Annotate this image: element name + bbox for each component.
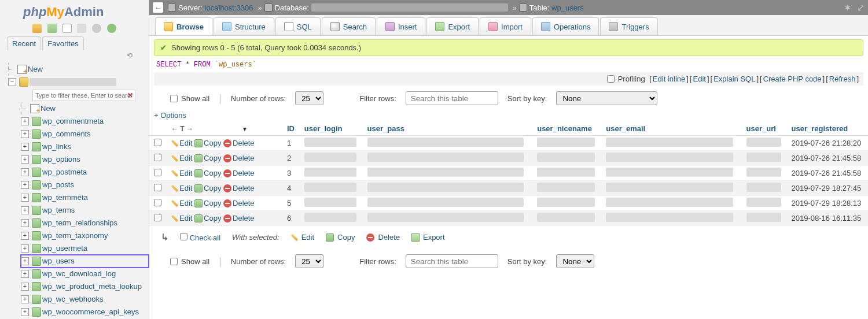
expand-icon[interactable]: + [21,194,29,202]
bulk-export[interactable]: Export [411,233,445,242]
collapse-top-icon[interactable]: ⤢ [857,2,865,13]
col-user_email[interactable]: user_email [601,122,741,136]
expand-icon[interactable]: + [21,257,29,265]
nav-table-wp_posts[interactable]: +wp_posts [21,179,149,191]
logo[interactable]: phpMyAdmin [0,0,149,22]
col-user_login[interactable]: user_login [300,122,363,136]
nav-table-wp_term_relationships[interactable]: +wp_term_relationships [21,217,149,229]
sortkey-select-2[interactable]: None [556,254,594,268]
showall-checkbox[interactable] [170,95,178,102]
col-ID[interactable]: ID [282,122,300,136]
row-copy[interactable]: Copy [194,169,221,177]
nav-database[interactable]: − [5,76,149,88]
clear-filter-icon[interactable]: ✕ [127,91,133,99]
row-edit[interactable]: Edit [171,139,192,147]
nav-table-wp_terms[interactable]: +wp_terms [21,204,149,217]
row-delete[interactable]: Delete [223,214,255,222]
reload-icon[interactable] [107,24,116,33]
row-copy[interactable]: Copy [194,154,221,162]
sort-arrows[interactable]: ← T → ▼ [171,125,248,133]
col-user_url[interactable]: user_url [742,122,787,136]
row-edit[interactable]: Edit [171,199,192,207]
nav-new-table[interactable]: New [5,102,149,115]
row-checkbox[interactable] [154,169,161,176]
refresh-link[interactable]: Refresh [829,75,856,83]
nav-table-wp_commentmeta[interactable]: +wp_commentmeta [21,115,149,128]
row-copy[interactable]: Copy [194,199,221,207]
showall-checkbox-2[interactable] [170,258,178,265]
bc-table-link[interactable]: wp_users [551,3,584,12]
numrows-select[interactable]: 25 [295,91,323,105]
expand-icon[interactable]: + [21,270,29,278]
collapse-icon[interactable]: − [8,78,16,86]
row-delete[interactable]: Delete [223,184,255,192]
tab-import[interactable]: Import [480,17,531,35]
collapse-icon[interactable]: ⟲ [0,50,149,61]
sortkey-select[interactable]: None [556,91,657,105]
row-checkbox[interactable] [154,139,161,146]
home-icon[interactable] [32,24,42,33]
nav-table-wp_postmeta[interactable]: +wp_postmeta [21,166,149,179]
tab-structure[interactable]: Structure [214,17,274,35]
gear-icon[interactable] [92,24,101,33]
tab-search[interactable]: Search [322,17,376,35]
nav-table-wp_usermeta[interactable]: +wp_usermeta [21,242,149,255]
filter-input-2[interactable] [406,254,498,268]
row-edit[interactable]: Edit [171,169,192,177]
bc-server-link[interactable]: localhost:3306 [205,3,253,12]
numrows-select-2[interactable]: 25 [295,254,323,268]
expand-icon[interactable]: + [21,244,29,253]
nav-table-wp_links[interactable]: +wp_links [21,140,149,153]
back-icon[interactable]: ← [153,2,163,13]
settings-icon[interactable] [77,24,86,33]
expand-icon[interactable]: + [21,130,29,138]
create-php-link[interactable]: Create PHP code [763,75,822,83]
tab-export[interactable]: Export [426,17,479,35]
bulk-edit[interactable]: Edit [291,233,314,242]
bulk-copy[interactable]: Copy [326,233,355,242]
row-edit[interactable]: Edit [171,154,192,162]
row-checkbox[interactable] [154,184,161,191]
expand-icon[interactable]: + [21,143,29,151]
nav-table-wp_termmeta[interactable]: +wp_termmeta [21,191,149,204]
expand-icon[interactable]: + [21,117,29,125]
tab-browse[interactable]: Browse [155,17,212,35]
col-user_pass[interactable]: user_pass [363,122,533,136]
row-checkbox[interactable] [154,199,161,206]
bc-db-value[interactable] [311,3,508,12]
nav-table-wp_woocommerce_api_keys[interactable]: +wp_woocommerce_api_keys [21,306,149,318]
row-copy[interactable]: Copy [194,184,221,192]
tab-operations[interactable]: Operations [532,17,599,35]
row-edit[interactable]: Edit [171,214,192,222]
expand-icon[interactable]: + [21,232,29,240]
tab-recent[interactable]: Recent [7,36,41,50]
tab-favorites[interactable]: Favorites [42,36,83,50]
expand-icon[interactable]: + [21,181,29,189]
checkall-label[interactable]: Check all [190,233,220,242]
row-copy[interactable]: Copy [194,214,221,222]
expand-icon[interactable]: + [21,283,29,291]
options-link[interactable]: + Options [154,111,186,120]
expand-icon[interactable]: + [21,155,29,164]
tab-insert[interactable]: Insert [377,17,426,35]
tab-triggers[interactable]: Triggers [600,17,657,35]
profiling-checkbox[interactable] [607,75,615,83]
nav-table-wp_term_taxonomy[interactable]: +wp_term_taxonomy [21,229,149,242]
logout-icon[interactable] [47,24,57,33]
nav-table-wp_users[interactable]: +wp_users [21,255,149,268]
table-filter-input[interactable] [32,90,135,101]
row-checkbox[interactable] [154,154,161,161]
expand-icon[interactable]: + [21,168,29,176]
row-delete[interactable]: Delete [223,169,255,177]
nav-table-wp_options[interactable]: +wp_options [21,153,149,166]
checkall-checkbox[interactable] [180,233,187,240]
row-delete[interactable]: Delete [223,139,255,147]
settings-gear-icon[interactable]: ✶ [844,2,851,13]
col-user_registered[interactable]: user_registered [787,122,868,136]
expand-icon[interactable]: + [21,206,29,214]
expand-icon[interactable]: + [21,295,29,303]
nav-table-wp_comments[interactable]: +wp_comments [21,128,149,140]
edit-link[interactable]: Edit [693,75,705,83]
row-edit[interactable]: Edit [171,184,192,192]
nav-table-wp_wc_product_meta_lookup[interactable]: +wp_wc_product_meta_lookup [21,280,149,293]
